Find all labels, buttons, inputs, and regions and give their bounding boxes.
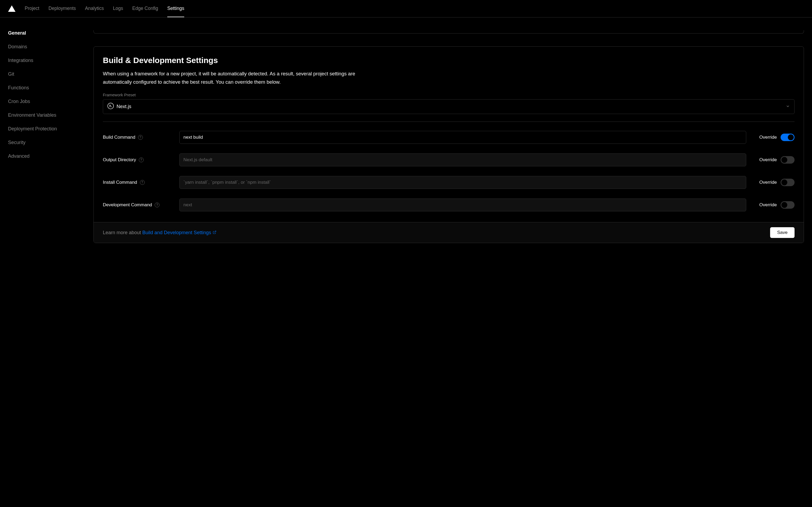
framework-preset-value: Next.js (116, 104, 131, 109)
card-footer: Learn more about Build and Development S… (94, 222, 804, 243)
sidebar-item-cron-jobs[interactable]: Cron Jobs (8, 99, 93, 104)
save-button[interactable]: Save (770, 227, 795, 238)
build-command-label: Build Command (103, 135, 135, 140)
development-command-override-toggle[interactable] (780, 201, 795, 209)
top-nav: Project Deployments Analytics Logs Edge … (0, 0, 812, 17)
build-command-input[interactable] (180, 131, 746, 144)
learn-more-prefix: Learn more about (103, 230, 142, 235)
build-command-override-toggle[interactable] (780, 133, 795, 141)
override-label: Override (759, 202, 777, 208)
install-command-input[interactable] (180, 176, 746, 189)
tab-logs[interactable]: Logs (113, 0, 123, 17)
sidebar-item-functions[interactable]: Functions (8, 85, 93, 91)
tab-deployments[interactable]: Deployments (48, 0, 76, 17)
install-command-row: Install Command ? Override (103, 176, 795, 189)
output-directory-label: Output Directory (103, 157, 136, 163)
install-command-override-toggle[interactable] (780, 179, 795, 186)
development-command-input[interactable] (180, 199, 746, 211)
help-icon[interactable]: ? (138, 135, 143, 140)
settings-sidebar: General Domains Integrations Git Functio… (8, 17, 93, 243)
sidebar-item-git[interactable]: Git (8, 71, 93, 77)
external-link-icon (213, 230, 216, 235)
override-label: Override (759, 135, 777, 140)
sidebar-item-advanced[interactable]: Advanced (8, 154, 93, 159)
install-command-label: Install Command (103, 180, 137, 185)
build-dev-settings-card: Build & Development Settings When using … (93, 46, 804, 243)
tab-edge-config[interactable]: Edge Config (133, 0, 158, 17)
output-directory-input[interactable] (180, 154, 746, 166)
nextjs-icon (107, 103, 114, 111)
card-description: When using a framework for a new project… (103, 70, 358, 86)
sidebar-item-environment-variables[interactable]: Environment Variables (8, 112, 93, 118)
sidebar-item-deployment-protection[interactable]: Deployment Protection (8, 126, 93, 132)
tab-project[interactable]: Project (25, 0, 39, 17)
divider (103, 121, 795, 122)
help-icon[interactable]: ? (139, 158, 144, 162)
tab-settings[interactable]: Settings (167, 0, 184, 17)
development-command-row: Development Command ? Override (103, 199, 795, 211)
build-command-row: Build Command ? Override (103, 131, 795, 144)
sidebar-item-domains[interactable]: Domains (8, 44, 93, 50)
output-directory-override-toggle[interactable] (780, 156, 795, 164)
override-label: Override (759, 157, 777, 163)
tab-analytics[interactable]: Analytics (85, 0, 104, 17)
svg-line-1 (214, 231, 216, 232)
card-title: Build & Development Settings (103, 56, 795, 65)
development-command-label: Development Command (103, 202, 152, 208)
help-icon[interactable]: ? (140, 180, 145, 185)
vercel-logo-icon[interactable] (8, 5, 15, 12)
previous-card-tail (93, 30, 804, 34)
help-icon[interactable]: ? (155, 203, 159, 207)
framework-preset-label: Framework Preset (103, 93, 795, 97)
tab-bar: Project Deployments Analytics Logs Edge … (25, 0, 184, 17)
output-directory-row: Output Directory ? Override (103, 154, 795, 166)
override-label: Override (759, 180, 777, 185)
framework-preset-select[interactable]: Next.js (103, 99, 795, 114)
sidebar-item-general[interactable]: General (8, 30, 93, 36)
sidebar-item-security[interactable]: Security (8, 140, 93, 146)
sidebar-item-integrations[interactable]: Integrations (8, 58, 93, 63)
chevron-down-icon (786, 104, 790, 109)
main-content: Build & Development Settings When using … (93, 17, 804, 243)
learn-more-link[interactable]: Build and Development Settings (142, 230, 216, 235)
